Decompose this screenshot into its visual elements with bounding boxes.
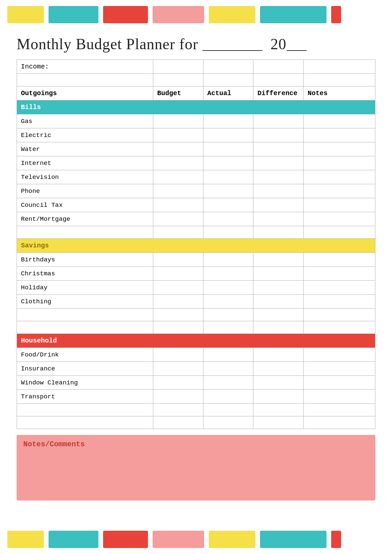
notes-comments-title: Notes/Comments — [23, 440, 369, 449]
top-bar-red-1 — [103, 6, 148, 23]
item-water: Water — [17, 142, 153, 156]
bottom-bar-teal-2 — [260, 531, 327, 548]
title-main-text: Monthly Budget Planner for — [17, 36, 198, 53]
electric-actual — [203, 128, 253, 142]
household-label: Household — [17, 334, 375, 348]
christmas-notes — [304, 267, 375, 281]
phone-notes — [304, 184, 375, 198]
empty-row-5 — [17, 404, 375, 416]
christmas-diff — [253, 267, 304, 281]
tv-notes — [304, 170, 375, 184]
internet-diff — [253, 156, 304, 170]
top-bars — [0, 0, 392, 29]
window-cleaning-diff — [253, 376, 304, 390]
bottom-bar-pink-1 — [153, 531, 204, 548]
clothing-notes — [304, 295, 375, 309]
transport-diff — [253, 390, 304, 404]
income-label: Income: — [17, 60, 153, 74]
gas-diff — [253, 114, 304, 128]
savings-label: Savings — [17, 239, 375, 253]
transport-budget — [153, 390, 203, 404]
electric-budget — [153, 128, 203, 142]
bottom-bars — [0, 525, 392, 554]
item-clothing: Clothing — [17, 295, 153, 309]
table-row: Television — [17, 170, 375, 184]
table-row: Internet — [17, 156, 375, 170]
bills-label: Bills — [17, 100, 375, 114]
bottom-bar-yellow-2 — [209, 531, 255, 548]
item-electric: Electric — [17, 128, 153, 142]
council-tax-actual — [203, 198, 253, 212]
clothing-diff — [253, 295, 304, 309]
empty-row-4 — [17, 321, 375, 334]
water-notes — [304, 142, 375, 156]
table-row: Clothing — [17, 295, 375, 309]
bottom-bar-red-small — [331, 531, 341, 548]
christmas-budget — [153, 267, 203, 281]
electric-diff — [253, 128, 304, 142]
item-holiday: Holiday — [17, 281, 153, 295]
table-row: Insurance — [17, 362, 375, 376]
item-transport: Transport — [17, 390, 153, 404]
holiday-diff — [253, 281, 304, 295]
top-bar-teal-1 — [49, 6, 98, 23]
notes-comments-content — [23, 452, 369, 495]
bottom-bar-teal-1 — [49, 531, 98, 548]
rent-diff — [253, 212, 304, 226]
item-insurance: Insurance — [17, 362, 153, 376]
council-tax-notes — [304, 198, 375, 212]
table-row: Birthdays — [17, 253, 375, 267]
item-internet: Internet — [17, 156, 153, 170]
transport-actual — [203, 390, 253, 404]
table-row: Rent/Mortgage — [17, 212, 375, 226]
water-budget — [153, 142, 203, 156]
empty-row-3 — [17, 309, 375, 321]
top-bar-pink-1 — [153, 6, 204, 23]
income-budget-cell — [153, 60, 203, 74]
empty-row-6 — [17, 416, 375, 429]
food-budget — [153, 348, 203, 362]
internet-budget — [153, 156, 203, 170]
insurance-diff — [253, 362, 304, 376]
top-bar-yellow-1 — [7, 6, 44, 23]
page-title: Monthly Budget Planner for 20 — [17, 36, 307, 53]
phone-diff — [253, 184, 304, 198]
council-tax-diff — [253, 198, 304, 212]
section-savings-header: Savings — [17, 239, 375, 253]
council-tax-budget — [153, 198, 203, 212]
christmas-actual — [203, 267, 253, 281]
bottom-bar-yellow-1 — [7, 531, 44, 548]
internet-notes — [304, 156, 375, 170]
window-cleaning-actual — [203, 376, 253, 390]
gas-notes — [304, 114, 375, 128]
insurance-notes — [304, 362, 375, 376]
col-header-notes: Notes — [304, 86, 375, 100]
top-bar-teal-2 — [260, 6, 327, 23]
clothing-actual — [203, 295, 253, 309]
item-phone: Phone — [17, 184, 153, 198]
table-row: Food/Drink — [17, 348, 375, 362]
title-name-line — [202, 33, 262, 51]
internet-actual — [203, 156, 253, 170]
top-bar-yellow-2 — [209, 6, 255, 23]
item-window-cleaning: Window Cleaning — [17, 376, 153, 390]
table-row: Water — [17, 142, 375, 156]
gas-actual — [203, 114, 253, 128]
table-row: Window Cleaning — [17, 376, 375, 390]
item-birthdays: Birthdays — [17, 253, 153, 267]
budget-table: Income: Outgoings Budget Actual Differen… — [17, 60, 375, 429]
rent-actual — [203, 212, 253, 226]
income-actual-cell — [203, 60, 253, 74]
income-row: Income: — [17, 60, 375, 74]
column-header-row: Outgoings Budget Actual Difference Notes — [17, 86, 375, 100]
empty-row-2 — [17, 226, 375, 239]
birthdays-diff — [253, 253, 304, 267]
tv-actual — [203, 170, 253, 184]
main-content: Income: Outgoings Budget Actual Differen… — [0, 60, 392, 507]
income-diff-cell — [253, 60, 304, 74]
birthdays-actual — [203, 253, 253, 267]
title-year-prefix: 20 — [271, 36, 287, 53]
item-rent-mortgage: Rent/Mortgage — [17, 212, 153, 226]
table-row: Holiday — [17, 281, 375, 295]
rent-notes — [304, 212, 375, 226]
